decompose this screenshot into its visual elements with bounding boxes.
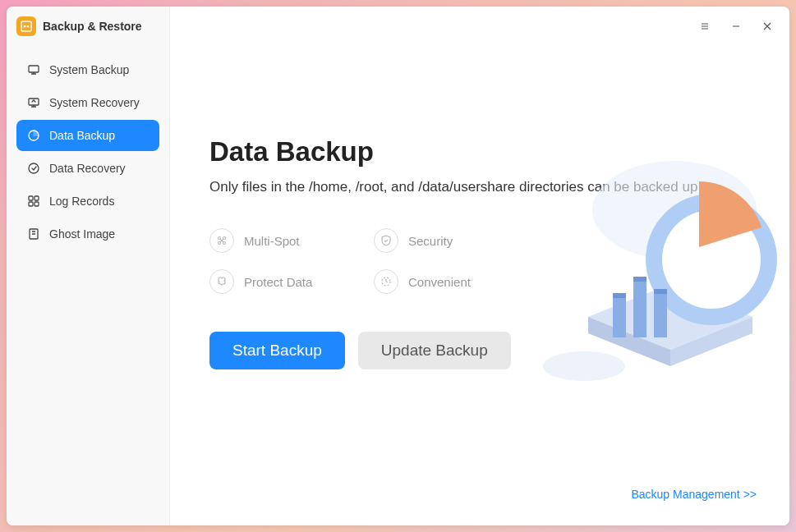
feature-security: Security: [374, 228, 530, 253]
sidebar-item-label: Log Records: [49, 195, 114, 208]
app-window: Backup & Restore System Backup: [7, 7, 789, 525]
titlebar: [170, 7, 789, 46]
app-title: Backup & Restore: [43, 20, 142, 33]
system-recovery-icon: [26, 95, 41, 110]
menu-button[interactable]: [689, 11, 720, 42]
close-button[interactable]: [752, 11, 783, 42]
sidebar: Backup & Restore System Backup: [7, 7, 170, 525]
sidebar-item-label: Data Backup: [49, 129, 115, 142]
svg-rect-10: [35, 202, 39, 206]
ghost-image-icon: [26, 227, 41, 241]
svg-rect-7: [29, 196, 33, 200]
data-backup-icon: [26, 128, 41, 143]
sidebar-header: Backup & Restore: [7, 7, 169, 46]
main: Data Backup Only files in the /home, /ro…: [170, 7, 789, 525]
minimize-button[interactable]: [720, 11, 752, 42]
feature-protect-data: Protect Data: [209, 269, 366, 294]
security-icon: [374, 228, 398, 253]
update-backup-button[interactable]: Update Backup: [358, 332, 511, 369]
sidebar-item-system-recovery[interactable]: System Recovery: [16, 87, 159, 118]
sidebar-item-data-recovery[interactable]: Data Recovery: [16, 153, 159, 184]
feature-label: Multi-Spot: [244, 234, 300, 248]
feature-label: Protect Data: [244, 275, 312, 289]
nav: System Backup System Recovery: [7, 46, 169, 259]
svg-rect-9: [29, 202, 33, 206]
sidebar-item-label: System Backup: [49, 63, 129, 76]
data-recovery-icon: [26, 161, 41, 176]
convenient-icon: [374, 269, 398, 294]
svg-rect-3: [29, 66, 39, 72]
backup-management-link[interactable]: Backup Management >>: [631, 488, 757, 501]
svg-rect-19: [654, 292, 667, 337]
feature-label: Security: [408, 234, 453, 248]
sidebar-item-label: Data Recovery: [49, 162, 126, 175]
svg-point-6: [29, 163, 39, 173]
actions: Start Backup Update Backup: [209, 332, 750, 369]
svg-rect-8: [35, 196, 39, 200]
svg-point-2: [27, 25, 30, 28]
start-backup-button[interactable]: Start Backup: [209, 332, 345, 369]
sidebar-item-label: System Recovery: [49, 96, 140, 109]
sidebar-item-ghost-image[interactable]: Ghost Image: [16, 218, 159, 250]
page-description: Only files in the /home, /root, and /dat…: [209, 179, 750, 195]
system-backup-icon: [26, 62, 41, 77]
protect-data-icon: [209, 269, 234, 294]
sidebar-item-system-backup[interactable]: System Backup: [16, 54, 159, 85]
content: Data Backup Only files in the /home, /ro…: [170, 46, 789, 525]
feature-convenient: Convenient: [374, 269, 530, 294]
sidebar-item-log-records[interactable]: Log Records: [16, 186, 159, 217]
sidebar-item-label: Ghost Image: [49, 227, 115, 241]
feature-label: Convenient: [408, 275, 471, 289]
svg-rect-0: [21, 21, 31, 31]
feature-multi-spot: Multi-Spot: [209, 228, 366, 253]
log-records-icon: [26, 194, 41, 209]
sidebar-item-data-backup[interactable]: Data Backup: [16, 120, 159, 151]
svg-point-1: [24, 25, 26, 28]
page-title: Data Backup: [209, 136, 750, 167]
multi-spot-icon: [209, 228, 234, 253]
app-icon: [16, 16, 36, 36]
features: Multi-Spot Security: [209, 228, 750, 294]
